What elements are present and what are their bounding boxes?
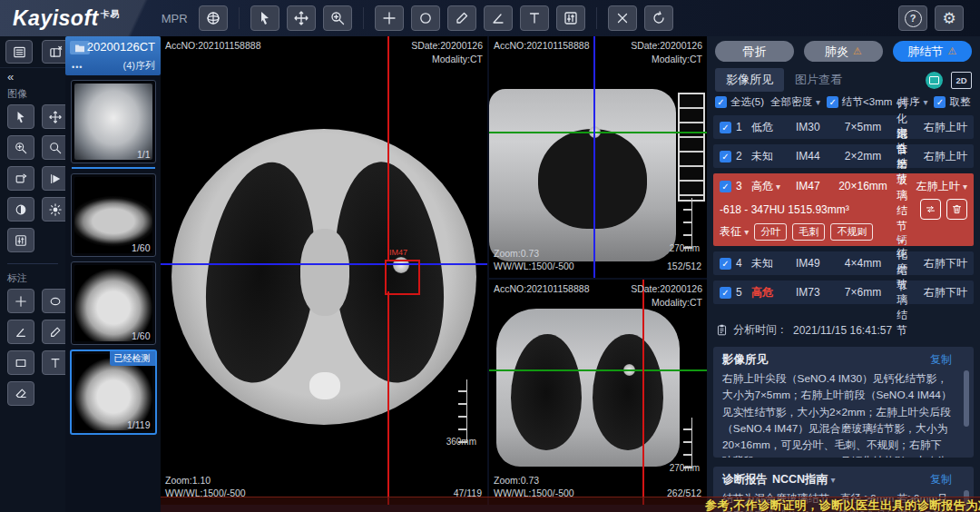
cursor-tool-button[interactable]	[250, 5, 279, 31]
ruler-tool-button[interactable]	[447, 5, 476, 31]
nodule-row-1[interactable]: ✓ 1 低危 IM30 7×5mm 钙化结节 右肺上叶	[713, 115, 974, 139]
nodule-row-3-selected[interactable]: ✓ 3 高危▾ IM47 20×16mm 混合磨玻璃结节 ▾ 左肺上叶 ▾ -6…	[713, 173, 974, 246]
guideline-dropdown[interactable]: NCCN指南 ▾	[772, 472, 836, 487]
window-level-tool-button[interactable]	[556, 5, 585, 31]
findings-title: 影像所见	[722, 352, 768, 368]
axial-vertical-crosshair[interactable]	[387, 36, 389, 260]
feature-tag-irregular[interactable]: 不规则	[830, 223, 873, 241]
series-thumbnail-axial-1[interactable]: 1/60	[71, 173, 156, 257]
mpr-icon[interactable]	[199, 5, 228, 31]
toolbar-separator	[363, 7, 364, 29]
rotate-canvas-button[interactable]	[7, 166, 34, 191]
collapse-rail-button[interactable]: «	[0, 68, 65, 85]
sagittal-horizontal-crosshair[interactable]	[489, 132, 707, 133]
checkbox-icon[interactable]: ✓	[720, 181, 731, 192]
accession-number: AccNO:202101158888	[165, 39, 260, 53]
series-thumbnail-axial-3[interactable]: 已经检测 1/119	[70, 350, 157, 435]
nodule-row-4[interactable]: ✓ 4 未知 IM49 4×4mm 钙化结节 右肺下叶	[713, 251, 974, 275]
close-tool-button[interactable]	[608, 5, 637, 31]
eraser-button[interactable]	[7, 381, 34, 406]
nodule-row-2[interactable]: ✓ 2 未知 IM44 2×2mm 实性结节 右肺上叶	[713, 144, 974, 168]
disclaimer-band: 参考,不作诊断证明，诊断以医生出具的诊断报告为准！	[161, 497, 980, 512]
crosshair-tool-button[interactable]	[375, 5, 404, 31]
invert-contrast-button[interactable]	[7, 197, 34, 222]
checkbox-icon[interactable]: ✓	[720, 151, 731, 162]
2d-view-button[interactable]: 2D	[951, 72, 972, 89]
axial-horizontal-crosshair[interactable]	[161, 263, 487, 265]
series-list-button[interactable]	[5, 40, 33, 64]
hu-volume-value: -618 - 347HU 1515.93mm³	[720, 203, 849, 216]
axial-viewport[interactable]: IM47 360mm AccNO:202101158888 SDate:2020…	[161, 36, 487, 505]
report-bubble-icon[interactable]	[926, 72, 943, 89]
series-thumbnail-axial-2[interactable]: 1/60	[71, 261, 156, 345]
pan-tool-button[interactable]	[287, 5, 316, 31]
crosshair-annot-button[interactable]	[7, 289, 34, 313]
small-nodule-checkbox[interactable]: ✓结节<3mm	[827, 95, 892, 109]
ellipse-tool-button[interactable]	[411, 5, 440, 31]
sagittal-vertical-crosshair[interactable]	[593, 36, 595, 278]
more-options-icon[interactable]: •••	[72, 63, 83, 72]
angle-tool-button[interactable]	[484, 5, 513, 31]
scale-ruler	[458, 379, 467, 443]
risk-dropdown[interactable]: 高危▾	[751, 179, 791, 194]
checkbox-icon[interactable]: ✓	[934, 96, 946, 108]
pneumonia-mode-button[interactable]: 肺炎⚠	[804, 41, 883, 62]
caret-down-icon: ▾	[963, 182, 967, 192]
lung-nodule-mode-button[interactable]: 肺结节⚠	[893, 41, 972, 62]
select-all-checkbox[interactable]: ✓全选(5)	[715, 95, 764, 109]
study-info: SDate:20200126Modality:CT	[631, 282, 702, 309]
coronal-horizontal-crosshair[interactable]	[489, 369, 707, 371]
checkbox-icon[interactable]: ✓	[827, 96, 838, 108]
study-title: 20200126CT	[87, 40, 155, 54]
round-checkbox[interactable]: ✓取整	[934, 95, 970, 109]
scale-ruler	[683, 418, 692, 468]
checkbox-icon[interactable]: ✓	[720, 122, 731, 133]
zoom-tool-button[interactable]	[323, 5, 352, 31]
app-logo: Kayisoft卡易	[13, 6, 120, 31]
rect-annot-button[interactable]	[7, 350, 34, 375]
window-level-button[interactable]	[7, 228, 34, 252]
analysis-time: 分析时间：2021/11/15 16:41:57	[707, 310, 980, 338]
compare-button[interactable]	[920, 199, 941, 220]
zoom-wwwl-info: Zoom:0.73WW/WL:1500/-500	[494, 247, 574, 273]
copy-findings-button[interactable]: 复制	[930, 352, 952, 368]
fracture-mode-button[interactable]: 骨折	[715, 41, 794, 62]
nodule-detection-box[interactable]	[385, 260, 420, 295]
text-tool-button[interactable]	[520, 5, 549, 31]
findings-scrollbar[interactable]	[964, 370, 969, 427]
coronal-viewport[interactable]: 270mm AccNO:202101158888 SDate:20200126M…	[489, 280, 707, 505]
density-filter-dropdown[interactable]: 全部密度▾	[770, 95, 820, 109]
tab-findings[interactable]: 影像所见	[715, 68, 784, 92]
settings-button[interactable]: ⚙	[935, 5, 964, 31]
slice-count: 1/1	[137, 149, 151, 160]
mpr-label: MPR	[162, 12, 188, 25]
feature-tag-spiculation[interactable]: 毛刺	[792, 223, 825, 241]
axial-vertical-crosshair[interactable]	[387, 291, 389, 505]
checkbox-icon[interactable]: ✓	[720, 258, 731, 270]
checkbox-icon[interactable]: ✓	[720, 287, 731, 299]
delete-button[interactable]	[946, 199, 967, 220]
tab-image-view[interactable]: 图片查看	[784, 68, 853, 92]
study-info: SDate:20200126Modality:CT	[631, 39, 702, 65]
app-window: Kayisoft卡易 MPR ? ⚙ « 图像	[0, 0, 980, 512]
nodule-row-5[interactable]: ✓ 5 高危 IM73 7×6mm 纯磨玻璃结节 右肺下叶	[713, 281, 974, 304]
cursor-tool-button[interactable]	[7, 104, 34, 129]
reset-rotate-button[interactable]	[644, 5, 673, 31]
angle-annot-button[interactable]	[7, 320, 34, 344]
help-button[interactable]: ?	[898, 5, 927, 31]
left-toolbar: « 图像 标注	[0, 36, 66, 512]
series-thumbnail-scout[interactable]: 1/1	[71, 80, 156, 163]
study-header[interactable]: 20200126CT ••• (4)序列	[65, 36, 161, 75]
location-dropdown[interactable]: 左肺上叶 ▾	[913, 179, 967, 194]
checkbox-icon[interactable]: ✓	[715, 96, 727, 108]
copy-report-button[interactable]: 复制	[930, 472, 952, 487]
scale-label: 270mm	[670, 243, 700, 253]
zoom-in-tool-button[interactable]	[7, 135, 34, 160]
sagittal-viewport[interactable]: 270mm AccNO:202101158888 SDate:20200126M…	[489, 36, 707, 278]
coronal-vertical-crosshair[interactable]	[642, 280, 644, 505]
feature-tag-lobulation[interactable]: 分叶	[754, 223, 787, 241]
feature-dropdown[interactable]: 表征 ▾	[720, 224, 749, 240]
slice-count: 1/119	[127, 419, 151, 430]
nodule-box-label: IM47	[389, 248, 407, 257]
type-dropdown[interactable]: 混合磨玻璃结节 ▾	[896, 126, 908, 247]
